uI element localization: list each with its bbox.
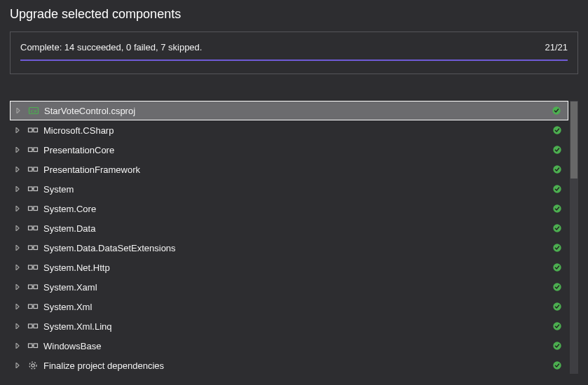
item-label: System.Data.DataSetExtensions [43, 243, 547, 253]
expander-icon[interactable] [13, 323, 22, 329]
item-label: System [43, 184, 547, 195]
status-progress-count: 21/21 [545, 42, 568, 52]
reference-icon [27, 281, 39, 293]
expander-icon[interactable] [13, 167, 22, 172]
list-item[interactable]: System.Net.Http [10, 258, 568, 277]
expander-icon[interactable] [13, 206, 22, 211]
reference-icon [27, 262, 39, 273]
success-icon [552, 341, 563, 351]
item-label: Microsoft.CSharp [43, 125, 547, 136]
success-icon [552, 360, 563, 370]
reference-icon [27, 203, 39, 214]
expander-icon[interactable] [13, 127, 22, 133]
expander-icon[interactable] [13, 363, 22, 368]
reference-icon [27, 223, 39, 234]
item-label: PresentationFramework [43, 164, 547, 175]
reference-icon [27, 340, 39, 351]
expander-icon[interactable] [13, 186, 22, 192]
status-text: Complete: 14 succeeded, 0 failed, 7 skip… [20, 42, 202, 52]
expander-icon[interactable] [13, 108, 23, 113]
reference-icon [27, 301, 39, 312]
success-icon [552, 204, 563, 214]
reference-icon [27, 164, 39, 175]
list-item[interactable]: PresentationCore [10, 140, 568, 160]
expander-icon[interactable] [13, 147, 22, 153]
list-item[interactable]: PresentationFramework [10, 160, 568, 179]
success-icon [552, 223, 563, 233]
item-label: StarVoteControl.csproj [44, 106, 547, 116]
item-label: PresentationCore [43, 145, 547, 155]
gear-icon [27, 360, 39, 371]
success-icon [552, 321, 563, 331]
success-icon [552, 302, 563, 312]
success-icon [552, 262, 563, 272]
success-icon [552, 184, 563, 194]
csproj-icon [27, 105, 40, 116]
expander-icon[interactable] [13, 284, 22, 290]
item-label: Finalize project dependencies [43, 360, 547, 371]
expander-icon[interactable] [13, 245, 22, 251]
list-item[interactable]: System.Xaml [10, 277, 568, 297]
status-panel: Complete: 14 succeeded, 0 failed, 7 skip… [10, 31, 578, 74]
list-item[interactable]: WindowsBase [10, 336, 568, 356]
success-icon [552, 125, 563, 135]
success-icon [552, 282, 563, 292]
reference-icon [27, 183, 39, 195]
success-icon [552, 164, 563, 174]
list-item[interactable]: StarVoteControl.csproj [10, 101, 568, 120]
expander-icon[interactable] [13, 265, 22, 270]
list-item[interactable]: System.Xml [10, 297, 568, 316]
item-label: System.Net.Http [43, 262, 547, 273]
expander-icon[interactable] [13, 343, 22, 349]
reference-icon [27, 242, 39, 253]
list-item[interactable]: System.Xml.Linq [10, 316, 568, 336]
progress-bar [20, 59, 568, 61]
item-label: System.Xml [43, 302, 547, 312]
expander-icon[interactable] [13, 225, 22, 231]
list-item[interactable]: System.Data [10, 218, 568, 238]
item-label: WindowsBase [43, 341, 547, 351]
list-item[interactable]: Finalize project dependencies [10, 356, 568, 374]
item-label: System.Xml.Linq [43, 321, 547, 332]
component-list: StarVoteControl.csprojMicrosoft.CSharpPr… [10, 101, 568, 374]
item-label: System.Core [43, 204, 547, 214]
scrollbar[interactable] [570, 101, 578, 374]
page-title: Upgrade selected components [10, 7, 578, 22]
list-item[interactable]: Microsoft.CSharp [10, 120, 568, 140]
reference-icon [27, 144, 39, 155]
success-icon [552, 243, 563, 253]
reference-icon [27, 125, 39, 136]
item-label: System.Xaml [43, 282, 547, 293]
reference-icon [27, 321, 39, 332]
success-icon [552, 145, 563, 155]
expander-icon[interactable] [13, 304, 22, 309]
success-icon [551, 106, 562, 115]
list-item[interactable]: System.Data.DataSetExtensions [10, 238, 568, 258]
list-item[interactable]: System [10, 179, 568, 199]
list-item[interactable]: System.Core [10, 199, 568, 218]
scrollbar-thumb[interactable] [570, 102, 577, 178]
item-label: System.Data [43, 223, 547, 234]
